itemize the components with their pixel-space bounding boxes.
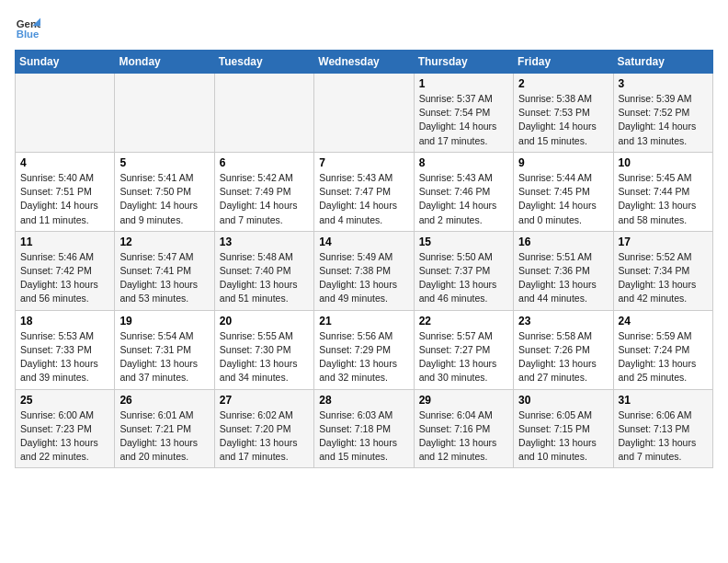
weekday-header: Monday: [115, 51, 214, 74]
calendar-week-row: 4Sunrise: 5:40 AMSunset: 7:51 PMDaylight…: [16, 152, 713, 231]
calendar-cell: [314, 74, 414, 153]
calendar-cell: 14Sunrise: 5:49 AMSunset: 7:38 PMDayligh…: [314, 231, 414, 310]
calendar-week-row: 18Sunrise: 5:53 AMSunset: 7:33 PMDayligh…: [16, 310, 713, 389]
calendar-cell: 30Sunrise: 6:05 AMSunset: 7:15 PMDayligh…: [514, 389, 613, 468]
day-info: Sunrise: 5:45 AMSunset: 7:44 PMDaylight:…: [619, 171, 708, 227]
weekday-header: Thursday: [414, 51, 513, 74]
day-info: Sunrise: 6:04 AMSunset: 7:16 PMDaylight:…: [419, 408, 508, 465]
calendar-cell: 3Sunrise: 5:39 AMSunset: 7:52 PMDaylight…: [613, 74, 712, 153]
day-info: Sunrise: 5:52 AMSunset: 7:34 PMDaylight:…: [619, 250, 708, 306]
day-info: Sunrise: 5:43 AMSunset: 7:47 PMDaylight:…: [319, 171, 408, 227]
day-info: Sunrise: 6:00 AMSunset: 7:23 PMDaylight:…: [20, 408, 109, 465]
page-header: General Blue: [15, 15, 713, 40]
day-info: Sunrise: 5:57 AMSunset: 7:27 PMDaylight:…: [419, 329, 508, 385]
day-info: Sunrise: 5:46 AMSunset: 7:42 PMDaylight:…: [20, 250, 109, 306]
calendar-cell: 23Sunrise: 5:58 AMSunset: 7:26 PMDayligh…: [514, 310, 613, 389]
weekday-header: Saturday: [613, 51, 712, 74]
day-info: Sunrise: 5:44 AMSunset: 7:45 PMDaylight:…: [518, 171, 608, 227]
day-number: 13: [220, 236, 309, 248]
day-number: 10: [619, 156, 708, 169]
day-number: 25: [20, 394, 109, 407]
day-number: 5: [119, 156, 209, 169]
calendar-header-row: SundayMondayTuesdayWednesdayThursdayFrid…: [16, 51, 713, 74]
calendar-cell: 4Sunrise: 5:40 AMSunset: 7:51 PMDaylight…: [16, 152, 115, 231]
calendar-cell: 15Sunrise: 5:50 AMSunset: 7:37 PMDayligh…: [414, 231, 513, 310]
weekday-header: Sunday: [16, 51, 115, 74]
calendar-cell: 27Sunrise: 6:02 AMSunset: 7:20 PMDayligh…: [214, 389, 313, 468]
calendar-cell: 31Sunrise: 6:06 AMSunset: 7:13 PMDayligh…: [613, 389, 712, 468]
calendar-cell: 11Sunrise: 5:46 AMSunset: 7:42 PMDayligh…: [16, 231, 115, 310]
calendar-cell: 18Sunrise: 5:53 AMSunset: 7:33 PMDayligh…: [16, 310, 115, 389]
day-info: Sunrise: 5:41 AMSunset: 7:50 PMDaylight:…: [119, 171, 209, 227]
calendar-cell: 21Sunrise: 5:56 AMSunset: 7:29 PMDayligh…: [314, 310, 414, 389]
day-info: Sunrise: 5:40 AMSunset: 7:51 PMDaylight:…: [20, 171, 109, 227]
day-number: 30: [518, 394, 608, 407]
day-number: 18: [20, 315, 109, 327]
day-info: Sunrise: 5:48 AMSunset: 7:40 PMDaylight:…: [220, 250, 309, 306]
day-number: 4: [20, 156, 109, 169]
day-info: Sunrise: 5:58 AMSunset: 7:26 PMDaylight:…: [518, 329, 608, 385]
calendar-cell: [16, 74, 115, 153]
day-number: 22: [419, 315, 508, 327]
calendar-cell: 20Sunrise: 5:55 AMSunset: 7:30 PMDayligh…: [214, 310, 313, 389]
logo: General Blue: [15, 15, 44, 40]
day-number: 8: [419, 156, 508, 169]
calendar-cell: 22Sunrise: 5:57 AMSunset: 7:27 PMDayligh…: [414, 310, 513, 389]
day-number: 16: [518, 236, 608, 248]
calendar-cell: 19Sunrise: 5:54 AMSunset: 7:31 PMDayligh…: [115, 310, 214, 389]
day-info: Sunrise: 5:47 AMSunset: 7:41 PMDaylight:…: [119, 250, 209, 306]
logo-icon: General Blue: [15, 15, 40, 40]
day-number: 6: [220, 156, 309, 169]
day-info: Sunrise: 5:50 AMSunset: 7:37 PMDaylight:…: [419, 250, 508, 306]
day-info: Sunrise: 5:59 AMSunset: 7:24 PMDaylight:…: [619, 329, 708, 385]
day-number: 26: [119, 394, 209, 407]
calendar-week-row: 25Sunrise: 6:00 AMSunset: 7:23 PMDayligh…: [16, 389, 713, 468]
day-number: 11: [20, 236, 109, 248]
day-info: Sunrise: 6:05 AMSunset: 7:15 PMDaylight:…: [518, 408, 608, 465]
calendar-week-row: 11Sunrise: 5:46 AMSunset: 7:42 PMDayligh…: [16, 231, 713, 310]
day-info: Sunrise: 6:06 AMSunset: 7:13 PMDaylight:…: [619, 408, 708, 465]
calendar-cell: 5Sunrise: 5:41 AMSunset: 7:50 PMDaylight…: [115, 152, 214, 231]
calendar-cell: 26Sunrise: 6:01 AMSunset: 7:21 PMDayligh…: [115, 389, 214, 468]
day-number: 23: [518, 315, 608, 327]
calendar-cell: 25Sunrise: 6:00 AMSunset: 7:23 PMDayligh…: [16, 389, 115, 468]
day-number: 20: [220, 315, 309, 327]
day-number: 28: [319, 394, 408, 407]
day-number: 2: [518, 77, 608, 90]
calendar-cell: 9Sunrise: 5:44 AMSunset: 7:45 PMDaylight…: [514, 152, 613, 231]
day-number: 14: [319, 236, 408, 248]
day-number: 21: [319, 315, 408, 327]
day-info: Sunrise: 5:56 AMSunset: 7:29 PMDaylight:…: [319, 329, 408, 385]
day-info: Sunrise: 6:01 AMSunset: 7:21 PMDaylight:…: [119, 408, 209, 465]
day-info: Sunrise: 5:37 AMSunset: 7:54 PMDaylight:…: [419, 92, 508, 148]
weekday-header: Wednesday: [314, 51, 414, 74]
calendar-cell: [115, 74, 214, 153]
calendar-week-row: 1Sunrise: 5:37 AMSunset: 7:54 PMDaylight…: [16, 74, 713, 153]
day-number: 19: [119, 315, 209, 327]
day-number: 12: [119, 236, 209, 248]
calendar-cell: 8Sunrise: 5:43 AMSunset: 7:46 PMDaylight…: [414, 152, 513, 231]
calendar-cell: 24Sunrise: 5:59 AMSunset: 7:24 PMDayligh…: [613, 310, 712, 389]
day-number: 31: [619, 394, 708, 407]
calendar-cell: 28Sunrise: 6:03 AMSunset: 7:18 PMDayligh…: [314, 389, 414, 468]
day-number: 3: [619, 77, 708, 90]
weekday-header: Tuesday: [214, 51, 313, 74]
calendar-cell: 13Sunrise: 5:48 AMSunset: 7:40 PMDayligh…: [214, 231, 313, 310]
calendar-cell: 17Sunrise: 5:52 AMSunset: 7:34 PMDayligh…: [613, 231, 712, 310]
calendar-cell: 7Sunrise: 5:43 AMSunset: 7:47 PMDaylight…: [314, 152, 414, 231]
day-number: 24: [619, 315, 708, 327]
day-info: Sunrise: 5:42 AMSunset: 7:49 PMDaylight:…: [220, 171, 309, 227]
day-info: Sunrise: 5:54 AMSunset: 7:31 PMDaylight:…: [119, 329, 209, 385]
day-number: 15: [419, 236, 508, 248]
day-info: Sunrise: 5:49 AMSunset: 7:38 PMDaylight:…: [319, 250, 408, 306]
day-info: Sunrise: 5:55 AMSunset: 7:30 PMDaylight:…: [220, 329, 309, 385]
weekday-header: Friday: [514, 51, 613, 74]
day-info: Sunrise: 5:39 AMSunset: 7:52 PMDaylight:…: [619, 92, 708, 148]
calendar-cell: [214, 74, 313, 153]
day-number: 7: [319, 156, 408, 169]
day-number: 1: [419, 77, 508, 90]
calendar-cell: 6Sunrise: 5:42 AMSunset: 7:49 PMDaylight…: [214, 152, 313, 231]
day-info: Sunrise: 5:43 AMSunset: 7:46 PMDaylight:…: [419, 171, 508, 227]
calendar-cell: 10Sunrise: 5:45 AMSunset: 7:44 PMDayligh…: [613, 152, 712, 231]
calendar-cell: 16Sunrise: 5:51 AMSunset: 7:36 PMDayligh…: [514, 231, 613, 310]
